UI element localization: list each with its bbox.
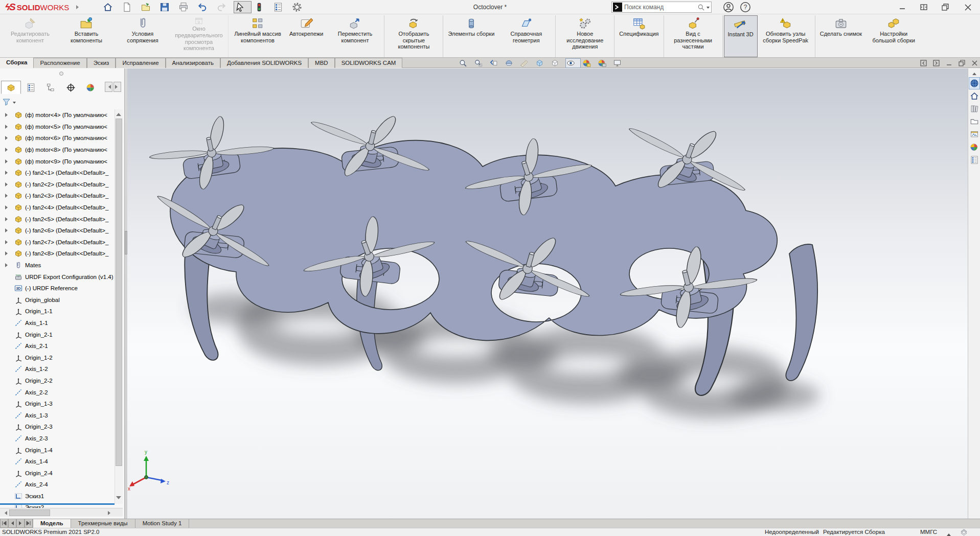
prev-tab-icon[interactable] bbox=[8, 519, 16, 528]
search-input[interactable]: Поиск команд bbox=[624, 4, 697, 11]
tree-item[interactable]: (ф) motor<9> (По умолчанию< bbox=[0, 155, 115, 167]
last-tab-icon[interactable] bbox=[25, 519, 33, 528]
search-dropdown-icon[interactable] bbox=[706, 7, 710, 10]
tree-item[interactable]: Axis_1-4 bbox=[0, 456, 115, 468]
scroll-right-icon[interactable] bbox=[106, 509, 113, 516]
tree-item[interactable]: (-) fan2<7> (Default<<Default>_ bbox=[0, 237, 115, 248]
home-tab[interactable] bbox=[969, 90, 980, 102]
tree-vertical-scrollbar[interactable] bbox=[115, 109, 123, 504]
panel-handle[interactable] bbox=[59, 72, 63, 76]
tree-item[interactable]: (-) fan2<8> (Default<<Default>_ bbox=[0, 248, 115, 260]
doc-minimize-icon[interactable] bbox=[946, 60, 952, 66]
file-properties-button[interactable] bbox=[271, 1, 289, 13]
section-view-icon[interactable] bbox=[504, 58, 518, 68]
scroll-up-icon[interactable] bbox=[116, 110, 121, 116]
expand-arrow-icon[interactable] bbox=[5, 136, 10, 140]
tree-item[interactable]: Axis_1-2 bbox=[0, 363, 115, 375]
expand-arrow-icon[interactable] bbox=[5, 263, 10, 267]
custom-properties-tab[interactable] bbox=[969, 154, 980, 166]
undo-button[interactable] bbox=[196, 1, 214, 13]
tags-icon[interactable] bbox=[960, 528, 968, 536]
splitter-grip[interactable] bbox=[125, 231, 127, 254]
first-tab-icon[interactable] bbox=[0, 519, 8, 528]
command-tab[interactable]: Добавления SOLIDWORKS bbox=[220, 58, 308, 68]
scrollbar-thumb[interactable] bbox=[9, 509, 50, 516]
view-orientation-icon[interactable] bbox=[535, 58, 549, 68]
home-button[interactable] bbox=[101, 1, 119, 13]
tree-item[interactable]: Origin_1-1 bbox=[0, 306, 115, 317]
tree-item[interactable]: (-) fan2<5> (Default<<Default>_ bbox=[0, 213, 115, 225]
ribbon-button[interactable]: Окно предварительного просмотра компонен… bbox=[171, 15, 229, 57]
restore-icon[interactable] bbox=[937, 0, 954, 14]
ribbon-button[interactable]: Справочная геометрия bbox=[498, 15, 556, 57]
ribbon-button[interactable]: Элементы сборки bbox=[444, 15, 498, 57]
measure-icon[interactable] bbox=[519, 58, 534, 68]
tree-item[interactable]: Эскиз1 bbox=[0, 491, 115, 502]
scroll-right-icon[interactable] bbox=[113, 82, 121, 92]
tree-item[interactable]: Axis_2-3 bbox=[0, 433, 115, 445]
ribbon-button[interactable]: Обновить узлы сборки SpeedPak bbox=[758, 15, 815, 57]
tree-item[interactable]: Origin_1-3 bbox=[0, 398, 115, 410]
expand-arrow-icon[interactable] bbox=[5, 113, 10, 117]
displaymanager-tab[interactable] bbox=[81, 81, 101, 94]
tree-item[interactable]: Origin_global bbox=[0, 294, 115, 306]
ribbon-button[interactable]: Вставить компоненты bbox=[58, 15, 115, 57]
scrollbar-thumb[interactable] bbox=[116, 119, 122, 466]
expand-arrow-icon[interactable] bbox=[5, 125, 10, 129]
tree-item[interactable]: (-) fan2<6> (Default<<Default>_ bbox=[0, 225, 115, 237]
next-tab-icon[interactable] bbox=[16, 519, 25, 528]
ribbon-button[interactable]: Спецификация bbox=[616, 15, 664, 57]
tree-item[interactable]: Origin_1-2 bbox=[0, 352, 115, 363]
filter-dropdown-icon[interactable] bbox=[13, 102, 16, 105]
select-button[interactable] bbox=[234, 1, 252, 13]
tree-item[interactable]: (ф) motor<4> (По умолчанию< bbox=[0, 109, 115, 121]
featuremanager-tree-tab[interactable] bbox=[1, 81, 21, 94]
tree-item[interactable]: Origin_2-1 bbox=[0, 329, 115, 340]
hide-show-items-icon[interactable] bbox=[565, 58, 581, 68]
collapse-right-pane-icon[interactable] bbox=[933, 60, 940, 66]
tree-item[interactable]: (-) fan2<3> (Default<<Default>_ bbox=[0, 190, 115, 202]
ribbon-button[interactable]: Автокрепежи bbox=[286, 15, 327, 57]
tree-item[interactable]: Axis_2-1 bbox=[0, 340, 115, 352]
command-tab[interactable]: Эскиз bbox=[87, 58, 116, 68]
study-tab[interactable]: Трехмерные виды bbox=[71, 519, 135, 528]
study-tab[interactable]: Модель bbox=[33, 519, 71, 528]
appearances-tab[interactable] bbox=[969, 141, 980, 153]
tree-item[interactable]: Origin_2-2 bbox=[0, 375, 115, 387]
save-button[interactable] bbox=[158, 1, 176, 13]
propertymanager-tab[interactable] bbox=[21, 81, 41, 94]
collapse-left-pane-icon[interactable] bbox=[920, 60, 927, 66]
open-button[interactable] bbox=[139, 1, 157, 13]
command-tab[interactable]: Исправление bbox=[116, 58, 165, 68]
ribbon-button[interactable]: Редактировать компонент bbox=[2, 15, 58, 57]
new-document-button[interactable] bbox=[120, 1, 138, 13]
ribbon-button[interactable]: Настройки большой сборки bbox=[865, 15, 922, 57]
design-library-tab[interactable] bbox=[969, 103, 980, 115]
expand-arrow-icon[interactable] bbox=[5, 205, 10, 209]
doc-restore-icon[interactable] bbox=[959, 60, 965, 66]
help-icon[interactable] bbox=[740, 2, 751, 13]
panel-splitter[interactable] bbox=[125, 68, 127, 519]
study-tab[interactable]: Motion Study 1 bbox=[135, 519, 190, 528]
search-icon[interactable] bbox=[697, 4, 705, 11]
scroll-left-icon[interactable] bbox=[1, 509, 8, 516]
expand-arrow-icon[interactable] bbox=[5, 228, 10, 232]
collapse-chevron-icon[interactable] bbox=[972, 71, 976, 75]
print-button[interactable] bbox=[177, 1, 195, 13]
units-dropdown-icon[interactable] bbox=[947, 531, 951, 536]
tree-item[interactable]: Origin_2-4 bbox=[0, 467, 115, 479]
qat-expander-icon[interactable] bbox=[76, 5, 81, 9]
expand-arrow-icon[interactable] bbox=[5, 182, 10, 187]
ribbon-button[interactable]: Instant 3D bbox=[724, 15, 758, 57]
previous-view-icon[interactable] bbox=[489, 58, 503, 68]
command-tab[interactable]: SOLIDWORKS CAM bbox=[335, 58, 403, 68]
tree-item[interactable]: (-) fan2<4> (Default<<Default>_ bbox=[0, 202, 115, 214]
view-palette-tab[interactable] bbox=[969, 128, 980, 141]
tree-item[interactable]: Origin_1-4 bbox=[0, 444, 115, 456]
close-icon[interactable] bbox=[959, 0, 976, 14]
expand-arrow-icon[interactable] bbox=[5, 217, 10, 221]
doc-close-icon[interactable] bbox=[971, 60, 978, 66]
view-settings-icon[interactable] bbox=[612, 58, 627, 68]
command-tab[interactable]: MBD bbox=[308, 58, 335, 68]
expand-arrow-icon[interactable] bbox=[5, 194, 10, 198]
